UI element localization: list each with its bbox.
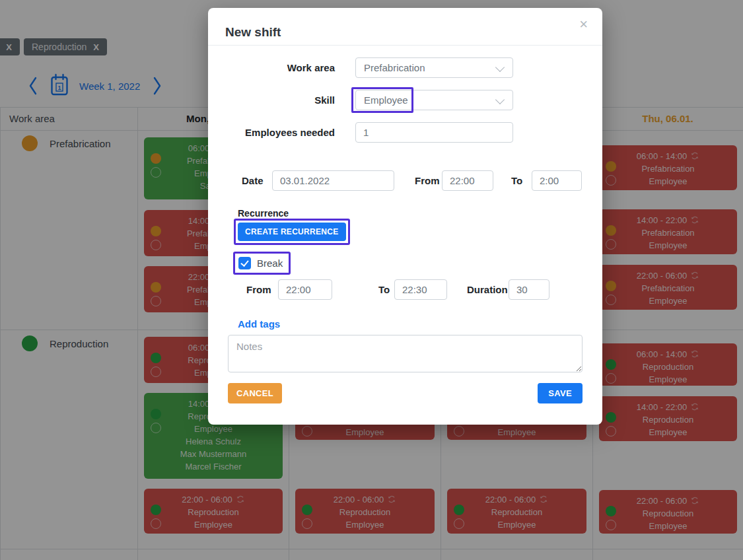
from-label: From [415,170,440,191]
break-to-label: To [378,279,390,300]
break-to-input[interactable] [394,279,447,300]
notes-textarea[interactable] [228,335,583,372]
dialog-title: New shift [225,25,281,40]
date-label: Date [242,170,264,191]
break-duration-input[interactable] [509,279,549,300]
new-shift-dialog: New shift × Work area Prefabrication Ski… [208,8,602,425]
break-time-row: From To Duration [208,279,602,300]
date-input[interactable] [272,170,394,191]
employees-needed-row: Employees needed [208,122,602,143]
skill-row: Skill Employee [208,90,602,111]
create-recurrence-button[interactable]: CREATE RECURRENCE [238,223,346,241]
date-time-row: Date From To [208,170,602,192]
cancel-button[interactable]: CANCEL [228,383,282,403]
save-button[interactable]: SAVE [538,383,583,403]
divider [208,45,602,46]
employees-needed-label: Employees needed [228,122,335,143]
close-icon[interactable]: × [579,17,588,32]
work-area-value: Prefabrication [364,62,425,73]
work-area-row: Work area Prefabrication [208,57,602,79]
to-label: To [511,170,522,191]
skill-label: Skill [228,90,335,110]
skill-select[interactable]: Employee [355,90,513,110]
chevron-down-icon [495,95,505,104]
break-from-label: From [246,279,271,300]
break-annotation-box: Break [233,252,291,275]
break-from-input[interactable] [278,279,332,300]
skill-value: Employee [364,94,408,106]
employees-needed-input[interactable] [355,122,513,143]
work-area-select[interactable]: Prefabrication [355,57,513,78]
chevron-down-icon [495,63,505,72]
add-tags-link[interactable]: Add tags [238,318,280,330]
shift-planner-page: X Reproduction X 1 Week 1, 2022 [0,0,743,560]
to-time-input[interactable] [532,170,582,191]
break-checkbox[interactable] [238,257,251,269]
recurrence-annotation-box: CREATE RECURRENCE [234,219,350,245]
from-time-input[interactable] [442,170,493,191]
break-duration-label: Duration [467,279,508,300]
work-area-label: Work area [228,57,335,78]
break-label: Break [257,258,283,269]
